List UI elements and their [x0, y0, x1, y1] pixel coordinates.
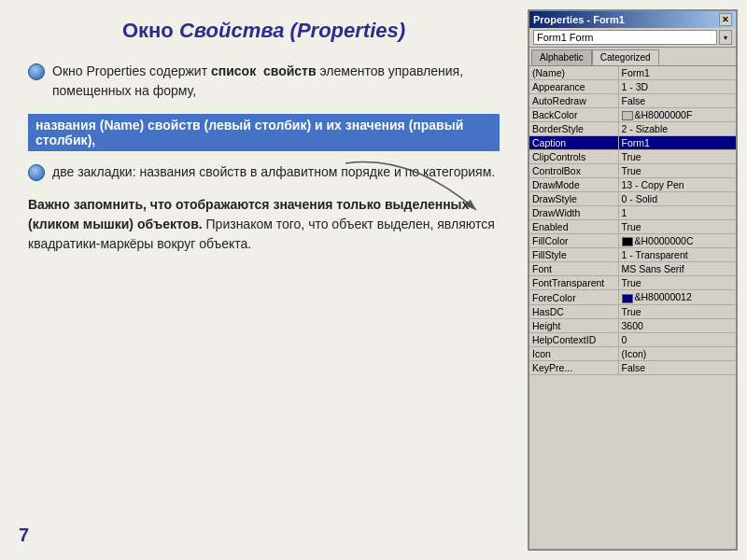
prop-name: FillColor	[529, 234, 618, 248]
table-row[interactable]: Enabled True	[529, 220, 736, 234]
prop-name: DrawMode	[529, 178, 618, 192]
close-button[interactable]: ✕	[719, 13, 732, 26]
properties-table: (Name) Form1 Appearance 1 - 3D AutoRedra…	[529, 66, 736, 375]
prop-value: 0 - Solid	[618, 192, 736, 206]
prop-name: BorderStyle	[529, 122, 618, 136]
prop-value: False	[618, 360, 736, 374]
properties-window: Properties - Form1 ✕ Form1 Form ▾ Alphab…	[528, 9, 738, 551]
prop-name: Font	[529, 262, 618, 276]
prop-value: True	[618, 304, 736, 318]
prop-value: 3600	[618, 318, 736, 332]
table-row[interactable]: HasDC True	[529, 304, 736, 318]
important-block: Важно запомнить, что отображаются значен…	[28, 195, 500, 254]
prop-name: DrawStyle	[529, 192, 618, 206]
tab-alphabetic[interactable]: Alphabetic	[531, 49, 592, 65]
table-row[interactable]: ClipControls True	[529, 150, 736, 164]
tab-categorized[interactable]: Categorized	[592, 49, 659, 65]
color-swatch	[622, 111, 633, 120]
prop-name: FillStyle	[529, 248, 618, 262]
bullet-text-3: две закладки: названия свойств в алфавит…	[52, 162, 495, 182]
prop-name: HelpContextID	[529, 332, 618, 346]
table-row[interactable]: BackColor &H8000000F	[529, 108, 736, 122]
table-row[interactable]: FillStyle 1 - Transparent	[529, 248, 736, 262]
table-row[interactable]: AutoRedraw False	[529, 94, 736, 108]
bullet-icon-3	[28, 164, 45, 181]
prop-name: Appearance	[529, 80, 618, 94]
prop-name: KeyPre...	[529, 360, 618, 374]
table-row[interactable]: Height 3600	[529, 318, 736, 332]
main-container: Окно Свойства (Properties) Окно Properti…	[0, 0, 747, 560]
bullet-item-1: Окно Properties содержит список свойств …	[28, 62, 500, 101]
prop-value: (Icon)	[618, 346, 736, 360]
prop-name: (Name)	[529, 66, 618, 80]
prop-name-caption: Caption	[529, 136, 618, 150]
title-prefix: Окно	[122, 19, 179, 42]
prop-name: ControlBox	[529, 164, 618, 178]
prop-name: AutoRedraw	[529, 94, 618, 108]
prop-name: BackColor	[529, 108, 618, 122]
prop-value: 2 - Sizable	[618, 122, 736, 136]
object-dropdown-arrow[interactable]: ▾	[719, 30, 732, 45]
object-name[interactable]: Form1 Form	[533, 30, 717, 45]
prop-value: True	[618, 276, 736, 290]
prop-name: HasDC	[529, 304, 618, 318]
left-panel: Окно Свойства (Properties) Окно Properti…	[0, 0, 528, 560]
color-swatch	[622, 237, 633, 246]
prop-value: True	[618, 220, 736, 234]
prop-value: 13 - Copy Pen	[618, 178, 736, 192]
prop-value: 1 - 3D	[618, 80, 736, 94]
table-row[interactable]: FillColor &H0000000C	[529, 234, 736, 248]
table-row[interactable]: BorderStyle 2 - Sizable	[529, 122, 736, 136]
highlight-bar: названия (Name) свойств (левый столбик) …	[28, 114, 500, 151]
color-swatch	[622, 294, 633, 303]
prop-name: FontTransparent	[529, 276, 618, 290]
prop-value: 1 - Transparent	[618, 248, 736, 262]
prop-value: Form1	[618, 66, 736, 80]
prop-name: Icon	[529, 346, 618, 360]
bold-list: список свойств	[211, 63, 317, 78]
important-bold: Важно запомнить, что отображаются значен…	[28, 197, 469, 231]
prop-value: &H0000000C	[618, 234, 736, 248]
table-row[interactable]: ControlBox True	[529, 164, 736, 178]
table-row[interactable]: Appearance 1 - 3D	[529, 80, 736, 94]
prop-value: 1	[618, 206, 736, 220]
table-row[interactable]: (Name) Form1	[529, 66, 736, 80]
table-row[interactable]: DrawStyle 0 - Solid	[529, 192, 736, 206]
prop-value: MS Sans Serif	[618, 262, 736, 276]
prop-value: &H80000012	[618, 290, 736, 304]
prop-name: ForeColor	[529, 290, 618, 304]
prop-name: ClipControls	[529, 150, 618, 164]
prop-name: Height	[529, 318, 618, 332]
table-row[interactable]: DrawWidth 1	[529, 206, 736, 220]
table-row[interactable]: DrawMode 13 - Copy Pen	[529, 178, 736, 192]
bullet-icon-1	[28, 63, 45, 80]
bullet-item-3: две закладки: названия свойств в алфавит…	[28, 162, 500, 182]
prop-name: Enabled	[529, 220, 618, 234]
props-tabs: Alphabetic Categorized	[529, 48, 736, 65]
properties-title: Properties - Form1	[533, 14, 625, 25]
bullet-text-1: Окно Properties содержит список свойств …	[52, 62, 500, 101]
table-row[interactable]: Font MS Sans Serif	[529, 262, 736, 276]
table-row[interactable]: Icon (Icon)	[529, 346, 736, 360]
table-row[interactable]: HelpContextID 0	[529, 332, 736, 346]
prop-value: True	[618, 164, 736, 178]
prop-value: 0	[618, 332, 736, 346]
table-row-caption[interactable]: Caption Form1	[529, 136, 736, 150]
prop-value: &H8000000F	[618, 108, 736, 122]
table-row[interactable]: FontTransparent True	[529, 276, 736, 290]
page-number: 7	[19, 525, 29, 546]
page-title: Окно Свойства (Properties)	[28, 19, 500, 43]
name-bold: Name	[104, 118, 139, 133]
prop-name: DrawWidth	[529, 206, 618, 220]
table-row[interactable]: ForeColor &H80000012	[529, 290, 736, 304]
prop-value-caption: Form1	[618, 136, 736, 150]
title-main: Свойства (Properties)	[179, 19, 405, 42]
prop-value: True	[618, 150, 736, 164]
table-row[interactable]: KeyPre... False	[529, 360, 736, 374]
properties-titlebar: Properties - Form1 ✕	[529, 11, 736, 28]
prop-value: False	[618, 94, 736, 108]
object-selector[interactable]: Form1 Form ▾	[529, 28, 736, 48]
